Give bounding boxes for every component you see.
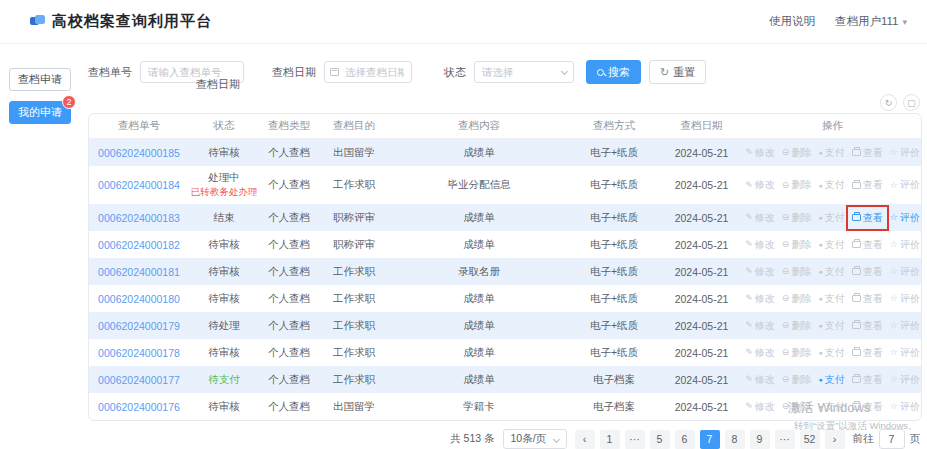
query-date: 2024-05-21 [659, 347, 744, 359]
order-number-link[interactable]: 00062024000183 [98, 212, 180, 224]
page-button[interactable]: 52 [800, 430, 820, 449]
query-date: 2024-05-21 [659, 266, 744, 278]
delete-action[interactable]: ⊖删除 [782, 346, 812, 360]
order-number-link[interactable]: 00062024000177 [98, 374, 180, 386]
pay-action[interactable]: ●支付 [818, 211, 844, 225]
rate-action[interactable]: ☆评价 [890, 400, 920, 414]
calendar-icon [330, 68, 339, 76]
view-action[interactable]: 查看 [852, 346, 883, 360]
edit-action[interactable]: ✎修改 [745, 319, 775, 333]
rate-action[interactable]: ☆评价 [890, 178, 920, 192]
rate-action[interactable]: ☆评价 [890, 346, 920, 360]
edit-action[interactable]: ✎修改 [745, 238, 775, 252]
edit-action[interactable]: ✎修改 [745, 292, 775, 306]
view-action[interactable]: 查看 [852, 238, 883, 252]
page-button-active[interactable]: 7 [700, 430, 720, 449]
pay-action[interactable]: ●支付 [818, 292, 844, 306]
query-method: 电子+纸质 [569, 292, 659, 306]
edit-action[interactable]: ✎修改 [745, 265, 775, 279]
table-row: 00062024000177 待支付 个人查档 工作求职 成绩单 电子档案 20… [89, 366, 921, 393]
sidebar-item-my-requests[interactable]: 我的申请 2 [9, 101, 71, 124]
page-button[interactable]: 9 [750, 430, 770, 449]
pay-action[interactable]: ●支付 [818, 319, 844, 333]
view-action[interactable]: 查看 [852, 146, 883, 160]
pay-action[interactable]: ●支付 [818, 346, 844, 360]
status-text: 待审核 [189, 400, 259, 414]
query-content: 成绩单 [389, 319, 569, 333]
user-menu[interactable]: 查档用户111 ▾ [835, 14, 907, 29]
edit-action[interactable]: ✎修改 [745, 400, 775, 414]
order-number-link[interactable]: 00062024000178 [98, 347, 180, 359]
folder-icon [852, 295, 861, 302]
delete-action[interactable]: ⊖删除 [782, 265, 812, 279]
delete-action[interactable]: ⊖删除 [782, 146, 812, 160]
edit-action[interactable]: ✎修改 [745, 146, 775, 160]
pay-action[interactable]: ●支付 [818, 178, 844, 192]
order-number-link[interactable]: 00062024000185 [98, 147, 180, 159]
sidebar: 查档申请 我的申请 2 [9, 68, 83, 124]
order-number-link[interactable]: 00062024000182 [98, 239, 180, 251]
query-type: 个人查档 [259, 178, 319, 192]
delete-action[interactable]: ⊖删除 [782, 238, 812, 252]
usage-instructions-link[interactable]: 使用说明 [769, 14, 815, 29]
order-number-link[interactable]: 00062024000184 [98, 179, 180, 191]
view-action[interactable]: 查看 [852, 292, 883, 306]
view-action[interactable]: 查看 [852, 178, 883, 192]
edit-action[interactable]: ✎修改 [745, 373, 775, 387]
view-action[interactable]: 查看 [852, 373, 883, 387]
rate-action[interactable]: ☆评价 [890, 373, 920, 387]
column-settings-icon[interactable]: ▢ [903, 94, 920, 111]
page-ellipsis[interactable]: ··· [625, 430, 645, 449]
pay-action[interactable]: ●支付 [818, 238, 844, 252]
order-number-link[interactable]: 00062024000176 [98, 401, 180, 413]
edit-action[interactable]: ✎修改 [745, 178, 775, 192]
refresh-icon[interactable]: ↻ [880, 94, 897, 111]
rate-action[interactable]: ☆评价 [890, 292, 920, 306]
edit-action[interactable]: ✎修改 [745, 211, 775, 225]
rate-action[interactable]: ☆评价 [890, 265, 920, 279]
rate-action[interactable]: ☆评价 [890, 238, 920, 252]
edit-action[interactable]: ✎修改 [745, 346, 775, 360]
page-button[interactable]: 5 [650, 430, 670, 449]
view-action[interactable]: 查看 [852, 400, 883, 414]
reset-button[interactable]: ↻ 重置 [649, 60, 706, 84]
order-number-link[interactable]: 00062024000181 [98, 266, 180, 278]
delete-icon: ⊖ [782, 348, 790, 357]
page-button[interactable]: 1 [600, 430, 620, 449]
pay-action[interactable]: ●支付 [818, 400, 844, 414]
query-purpose: 工作求职 [319, 346, 389, 360]
search-button[interactable]: 搜索 [586, 60, 641, 84]
page-ellipsis[interactable]: ··· [775, 430, 795, 449]
delete-action[interactable]: ⊖删除 [782, 211, 812, 225]
order-number-link[interactable]: 00062024000179 [98, 320, 180, 332]
prev-page-button[interactable]: ‹ [575, 430, 595, 449]
rate-action[interactable]: ☆评价 [890, 146, 920, 160]
delete-action[interactable]: ⊖删除 [782, 178, 812, 192]
pay-action[interactable]: ●支付 [818, 265, 844, 279]
page-button[interactable]: 8 [725, 430, 745, 449]
rate-action[interactable]: ☆评价 [890, 319, 920, 333]
star-icon: ☆ [890, 213, 898, 222]
goto-page-input[interactable] [879, 429, 905, 449]
query-method: 电子档案 [569, 373, 659, 387]
delete-action[interactable]: ⊖删除 [782, 373, 812, 387]
rate-action[interactable]: ☆评价 [890, 211, 920, 225]
query-date: 2024-05-21 [659, 374, 744, 386]
delete-action[interactable]: ⊖删除 [782, 319, 812, 333]
goto-suffix: 页 [910, 432, 921, 446]
pay-action[interactable]: ●支付 [818, 373, 844, 387]
order-number-link[interactable]: 00062024000180 [98, 293, 180, 305]
next-page-button[interactable]: › [825, 430, 845, 449]
delete-action[interactable]: ⊖删除 [782, 292, 812, 306]
page-size-select[interactable]: 10条/页 [503, 429, 567, 449]
delete-action[interactable]: ⊖删除 [782, 400, 812, 414]
page-button[interactable]: 6 [675, 430, 695, 449]
page-title: 高校档案查询利用平台 [52, 12, 212, 31]
pay-icon: ● [818, 322, 822, 329]
sidebar-item-apply[interactable]: 查档申请 [9, 68, 71, 91]
view-action[interactable]: 查看 [852, 265, 883, 279]
view-action[interactable]: 查看 [852, 319, 883, 333]
status-select[interactable] [474, 61, 574, 83]
view-action-annotated[interactable]: 查看 [852, 211, 883, 225]
pay-action[interactable]: ●支付 [818, 146, 844, 160]
